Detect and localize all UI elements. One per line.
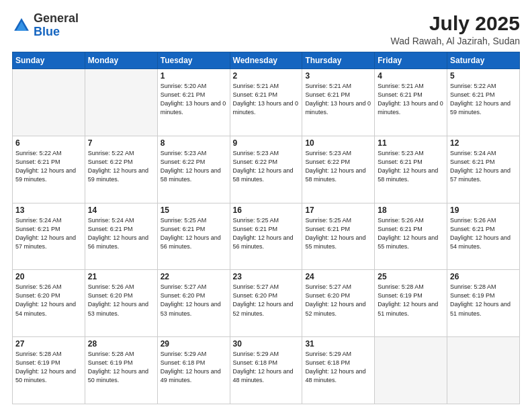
calendar-week-row: 1Sunrise: 5:20 AM Sunset: 6:21 PM Daylig… [13,69,520,136]
day-number: 9 [233,138,300,148]
calendar-week-row: 20Sunrise: 5:26 AM Sunset: 6:20 PM Dayli… [13,270,520,337]
day-info: Sunrise: 5:26 AM Sunset: 6:20 PM Dayligh… [15,283,82,318]
day-number: 4 [378,71,444,81]
calendar-cell [447,337,520,404]
calendar-cell: 6Sunrise: 5:22 AM Sunset: 6:21 PM Daylig… [13,136,85,203]
month-title: July 2025 [391,12,520,34]
day-number: 2 [233,71,300,81]
calendar-cell [13,69,85,136]
weekday-header-sunday: Sunday [13,52,85,69]
day-number: 24 [305,272,371,281]
day-number: 3 [305,71,371,81]
calendar-cell: 24Sunrise: 5:27 AM Sunset: 6:20 PM Dayli… [302,270,375,337]
weekday-header-row: SundayMondayTuesdayWednesdayThursdayFrid… [13,52,520,69]
day-number: 18 [378,205,444,215]
calendar-week-row: 13Sunrise: 5:24 AM Sunset: 6:21 PM Dayli… [13,203,520,270]
logo-icon [12,16,31,35]
day-number: 8 [161,138,227,148]
calendar-cell: 26Sunrise: 5:28 AM Sunset: 6:19 PM Dayli… [447,270,520,337]
day-number: 30 [233,339,300,349]
calendar-cell: 23Sunrise: 5:27 AM Sunset: 6:20 PM Dayli… [230,270,302,337]
day-number: 22 [161,272,227,281]
title-block: July 2025 Wad Rawah, Al Jazirah, Sudan [391,12,520,46]
calendar-cell: 17Sunrise: 5:25 AM Sunset: 6:21 PM Dayli… [302,203,375,270]
day-info: Sunrise: 5:26 AM Sunset: 6:21 PM Dayligh… [450,216,517,251]
day-number: 31 [305,339,371,349]
calendar-cell: 31Sunrise: 5:29 AM Sunset: 6:18 PM Dayli… [302,337,375,404]
day-info: Sunrise: 5:23 AM Sunset: 6:22 PM Dayligh… [305,149,371,184]
day-info: Sunrise: 5:27 AM Sunset: 6:20 PM Dayligh… [161,283,227,318]
calendar-cell: 25Sunrise: 5:28 AM Sunset: 6:19 PM Dayli… [375,270,447,337]
weekday-header-tuesday: Tuesday [157,52,230,69]
day-info: Sunrise: 5:20 AM Sunset: 6:21 PM Dayligh… [161,82,227,117]
page: General Blue July 2025 Wad Rawah, Al Jaz… [0,0,532,411]
calendar-cell: 1Sunrise: 5:20 AM Sunset: 6:21 PM Daylig… [157,69,230,136]
logo: General Blue [12,12,79,39]
calendar-cell: 15Sunrise: 5:25 AM Sunset: 6:21 PM Dayli… [157,203,230,270]
calendar-cell: 14Sunrise: 5:24 AM Sunset: 6:21 PM Dayli… [85,203,157,270]
calendar-cell: 7Sunrise: 5:22 AM Sunset: 6:22 PM Daylig… [85,136,157,203]
day-number: 15 [161,205,227,215]
day-number: 10 [305,138,371,148]
day-number: 26 [450,272,517,281]
day-number: 27 [15,339,82,349]
calendar-cell: 12Sunrise: 5:24 AM Sunset: 6:21 PM Dayli… [447,136,520,203]
calendar-cell: 3Sunrise: 5:21 AM Sunset: 6:21 PM Daylig… [302,69,375,136]
calendar-week-row: 27Sunrise: 5:28 AM Sunset: 6:19 PM Dayli… [13,337,520,404]
calendar-cell: 27Sunrise: 5:28 AM Sunset: 6:19 PM Dayli… [13,337,85,404]
calendar-cell [85,69,157,136]
calendar-cell: 18Sunrise: 5:26 AM Sunset: 6:21 PM Dayli… [375,203,447,270]
day-info: Sunrise: 5:25 AM Sunset: 6:21 PM Dayligh… [161,216,227,251]
calendar-week-row: 6Sunrise: 5:22 AM Sunset: 6:21 PM Daylig… [13,136,520,203]
day-info: Sunrise: 5:24 AM Sunset: 6:21 PM Dayligh… [88,216,154,251]
calendar-cell: 21Sunrise: 5:26 AM Sunset: 6:20 PM Dayli… [85,270,157,337]
day-info: Sunrise: 5:27 AM Sunset: 6:20 PM Dayligh… [233,283,300,318]
calendar-cell: 22Sunrise: 5:27 AM Sunset: 6:20 PM Dayli… [157,270,230,337]
day-info: Sunrise: 5:21 AM Sunset: 6:21 PM Dayligh… [378,82,444,117]
day-number: 6 [15,138,82,148]
location-title: Wad Rawah, Al Jazirah, Sudan [391,36,520,46]
weekday-header-saturday: Saturday [447,52,520,69]
calendar-cell: 4Sunrise: 5:21 AM Sunset: 6:21 PM Daylig… [375,69,447,136]
day-number: 28 [88,339,154,349]
day-info: Sunrise: 5:28 AM Sunset: 6:19 PM Dayligh… [15,350,82,385]
day-number: 14 [88,205,154,215]
day-info: Sunrise: 5:29 AM Sunset: 6:18 PM Dayligh… [233,350,300,385]
day-number: 5 [450,71,517,81]
day-info: Sunrise: 5:28 AM Sunset: 6:19 PM Dayligh… [88,350,154,385]
calendar-cell: 30Sunrise: 5:29 AM Sunset: 6:18 PM Dayli… [230,337,302,404]
weekday-header-friday: Friday [375,52,447,69]
weekday-header-monday: Monday [85,52,157,69]
day-number: 20 [15,272,82,281]
day-number: 16 [233,205,300,215]
day-info: Sunrise: 5:23 AM Sunset: 6:21 PM Dayligh… [378,149,444,184]
header: General Blue July 2025 Wad Rawah, Al Jaz… [12,12,520,46]
calendar-cell: 29Sunrise: 5:29 AM Sunset: 6:18 PM Dayli… [157,337,230,404]
calendar-cell: 8Sunrise: 5:23 AM Sunset: 6:22 PM Daylig… [157,136,230,203]
calendar-cell: 2Sunrise: 5:21 AM Sunset: 6:21 PM Daylig… [230,69,302,136]
day-number: 29 [161,339,227,349]
day-info: Sunrise: 5:29 AM Sunset: 6:18 PM Dayligh… [305,350,371,385]
calendar-table: SundayMondayTuesdayWednesdayThursdayFrid… [12,52,520,404]
day-info: Sunrise: 5:28 AM Sunset: 6:19 PM Dayligh… [378,283,444,318]
day-number: 12 [450,138,517,148]
day-info: Sunrise: 5:21 AM Sunset: 6:21 PM Dayligh… [305,82,371,117]
calendar-cell: 10Sunrise: 5:23 AM Sunset: 6:22 PM Dayli… [302,136,375,203]
day-info: Sunrise: 5:25 AM Sunset: 6:21 PM Dayligh… [233,216,300,251]
day-info: Sunrise: 5:25 AM Sunset: 6:21 PM Dayligh… [305,216,371,251]
day-number: 7 [88,138,154,148]
day-number: 17 [305,205,371,215]
day-info: Sunrise: 5:22 AM Sunset: 6:21 PM Dayligh… [15,149,82,184]
weekday-header-thursday: Thursday [302,52,375,69]
calendar-cell: 13Sunrise: 5:24 AM Sunset: 6:21 PM Dayli… [13,203,85,270]
calendar-cell: 16Sunrise: 5:25 AM Sunset: 6:21 PM Dayli… [230,203,302,270]
day-number: 11 [378,138,444,148]
day-info: Sunrise: 5:27 AM Sunset: 6:20 PM Dayligh… [305,283,371,318]
day-number: 1 [161,71,227,81]
calendar-cell [375,337,447,404]
day-info: Sunrise: 5:22 AM Sunset: 6:22 PM Dayligh… [88,149,154,184]
day-info: Sunrise: 5:24 AM Sunset: 6:21 PM Dayligh… [450,149,517,184]
calendar-cell: 11Sunrise: 5:23 AM Sunset: 6:21 PM Dayli… [375,136,447,203]
day-info: Sunrise: 5:22 AM Sunset: 6:21 PM Dayligh… [450,82,517,117]
day-info: Sunrise: 5:29 AM Sunset: 6:18 PM Dayligh… [161,350,227,385]
